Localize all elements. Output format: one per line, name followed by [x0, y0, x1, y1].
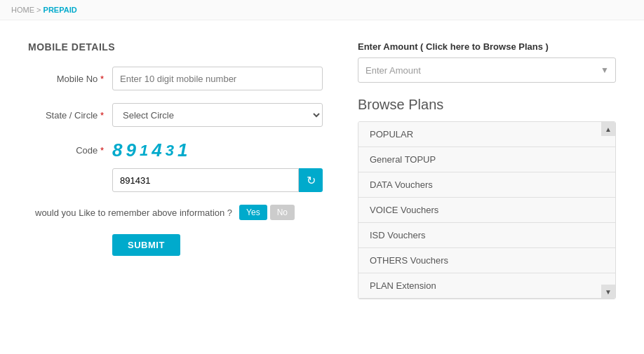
code-required: * — [100, 145, 104, 156]
state-required: * — [100, 110, 104, 121]
captcha-char-2: 9 — [126, 139, 137, 161]
breadcrumb-current: PREPAID — [43, 6, 77, 14]
breadcrumb: HOME > PREPAID — [0, 0, 644, 20]
submit-row: SUBMIT — [28, 234, 323, 256]
captcha-char-5: 3 — [166, 142, 175, 160]
plans-list: ▲ POPULAR General TOPUP DATA Vouchers VO… — [358, 121, 616, 299]
amount-label-end: ) — [546, 41, 549, 52]
submit-button[interactable]: SUBMIT — [112, 234, 180, 256]
scroll-down-button[interactable]: ▼ — [601, 285, 615, 299]
mobile-required: * — [100, 74, 104, 84]
captcha-chars: 8 9 1 4 3 1 — [112, 139, 189, 161]
mobile-row: Mobile No * — [28, 67, 323, 90]
state-circle-row: State / Circle * Select Circle Andhra Pr… — [28, 103, 323, 127]
mobile-input[interactable] — [112, 67, 323, 90]
plan-item-voice-vouchers[interactable]: VOICE Vouchers — [358, 198, 615, 223]
plan-item-general-topup[interactable]: General TOPUP — [358, 147, 615, 172]
plan-item-plan-extension[interactable]: PLAN Extension — [358, 273, 615, 299]
browse-plans-title: Browse Plans — [358, 97, 616, 113]
remember-text: would you Like to remember above informa… — [35, 207, 232, 218]
scroll-up-button[interactable]: ▲ — [601, 122, 615, 136]
amount-select[interactable]: Enter Amount 10 20 50 100 — [358, 57, 616, 83]
code-label: Code * — [28, 145, 112, 156]
captcha-char-3: 1 — [140, 142, 149, 160]
remember-row: would you Like to remember above informa… — [28, 205, 323, 220]
captcha-display-row: Code * 8 9 1 4 3 1 — [28, 139, 323, 161]
right-panel: Enter Amount ( Click here to Browse Plan… — [351, 34, 623, 306]
plan-item-popular[interactable]: POPULAR — [358, 122, 615, 147]
captcha-input-wrapper: ↻ — [112, 168, 323, 192]
captcha-char-6: 1 — [177, 139, 189, 161]
section-title: MOBILE DETAILS — [28, 41, 323, 53]
plan-item-others-vouchers[interactable]: OTHERS Vouchers — [358, 248, 615, 273]
yes-button[interactable]: Yes — [239, 205, 267, 220]
captcha-input-row: ↻ — [28, 168, 323, 192]
breadcrumb-home[interactable]: HOME — [11, 6, 34, 14]
enter-amount-label: Enter Amount ( Click here to Browse Plan… — [358, 41, 616, 52]
amount-select-wrapper: Enter Amount 10 20 50 100 ▼ — [358, 57, 616, 83]
no-button[interactable]: No — [270, 205, 295, 220]
state-circle-select[interactable]: Select Circle Andhra Pradesh Delhi Gujar… — [112, 103, 323, 127]
captcha-char-1: 8 — [112, 139, 123, 161]
browse-plans-link[interactable]: Click here to Browse Plans — [426, 41, 543, 52]
state-label: State / Circle * — [28, 110, 112, 121]
mobile-label: Mobile No * — [28, 74, 112, 84]
main-container: MOBILE DETAILS Mobile No * State / Circl… — [0, 20, 644, 320]
captcha-refresh-button[interactable]: ↻ — [299, 168, 323, 192]
toggle-group: Yes No — [239, 205, 295, 220]
breadcrumb-separator: > — [36, 6, 43, 14]
refresh-icon: ↻ — [307, 174, 316, 187]
left-panel: MOBILE DETAILS Mobile No * State / Circl… — [21, 34, 330, 306]
plan-item-data-vouchers[interactable]: DATA Vouchers — [358, 172, 615, 198]
amount-label-text: Enter Amount ( — [358, 41, 426, 52]
captcha-char-4: 4 — [152, 139, 163, 161]
plan-item-isd-vouchers[interactable]: ISD Vouchers — [358, 223, 615, 248]
captcha-input[interactable] — [112, 168, 299, 192]
